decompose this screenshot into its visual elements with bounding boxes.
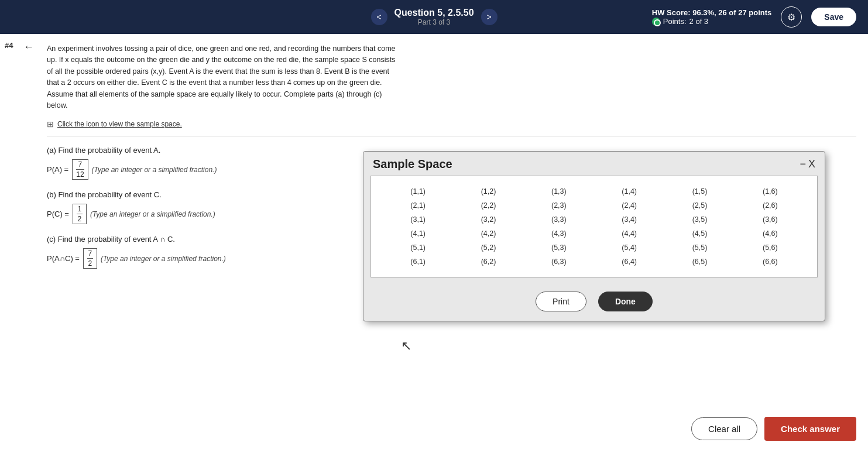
done-button[interactable]: Done [598,292,653,311]
popup-close-button[interactable]: X [808,158,815,170]
icon-row: ⊞ Click the icon to view the sample spac… [0,117,868,136]
save-button[interactable]: Save [811,8,856,26]
sample-cell: (3,6) [735,214,805,225]
part-c-type-hint: (Type an integer or a simplified fractio… [101,255,226,263]
sample-cell: (5,3) [524,242,594,253]
bottom-bar: Clear all Check answer [680,409,868,449]
part-b-type-hint: (Type an integer or a simplified fractio… [90,210,215,218]
sample-grid: (1,1)(1,2)(1,3)(1,4)(1,5)(1,6)(2,1)(2,2)… [383,186,805,268]
sample-cell: (5,1) [383,242,453,253]
hw-score-value: HW Score: 96.3%, 26 of 27 points [652,8,771,17]
sample-cell: (4,2) [453,228,523,239]
question-part: Part 3 of 3 [394,18,474,26]
prev-button[interactable]: < [370,9,387,25]
sample-cell: (5,4) [594,242,664,253]
header-right: HW Score: 96.3%, 26 of 27 points Points:… [652,6,856,28]
sample-cell: (4,4) [594,228,664,239]
sample-cell: (5,5) [664,242,735,253]
sample-cell: (6,2) [453,256,523,268]
sample-cell: (2,4) [594,200,664,211]
question-title: Question 5, 2.5.50 [394,8,474,18]
part-b-numerator: 1 [77,205,83,214]
part-a-prefix: P(A) = [47,165,68,174]
part-a-type-hint: (Type an integer or a simplified fractio… [92,166,217,174]
header-center: < Question 5, 2.5.50 Part 3 of 3 > [370,8,497,26]
problem-text: An experiment involves tossing a pair of… [0,34,410,117]
sample-cell: (3,4) [594,214,664,225]
print-button[interactable]: Print [536,292,586,311]
grid-icon: ⊞ [47,119,54,129]
popup-title: Sample Space [373,157,452,171]
sample-cell: (1,6) [735,186,805,197]
sample-cell: (6,5) [664,256,735,268]
part-a-fraction[interactable]: 7 12 [72,159,88,180]
cursor-arrow: ↖ [401,338,411,354]
clear-all-button[interactable]: Clear all [691,417,757,440]
part-a-numerator: 7 [76,160,84,170]
sample-cell: (1,4) [594,186,664,197]
sample-cell: (4,5) [664,228,735,239]
part-b-fraction[interactable]: 1 2 [73,204,87,224]
problem-number: #4 [5,41,13,50]
popup-body: (1,1)(1,2)(1,3)(1,4)(1,5)(1,6)(2,1)(2,2)… [370,176,818,277]
points-icon [652,18,660,26]
sample-cell: (1,5) [664,186,735,197]
part-c-fraction[interactable]: 7 2 [83,248,97,269]
check-answer-button[interactable]: Check answer [764,417,856,441]
sample-cell: (6,3) [524,256,594,268]
sample-cell: (6,6) [735,256,805,268]
sample-cell: (4,6) [735,228,805,239]
points-row: Points: 2 of 3 [652,17,771,26]
sample-cell: (2,5) [664,200,735,211]
part-c-prefix: P(A∩C) = [47,254,80,263]
sample-cell: (4,1) [383,228,453,239]
icon-text[interactable]: Click the icon to view the sample space. [57,120,182,128]
sample-cell: (1,3) [524,186,594,197]
back-arrow-icon[interactable]: ← [23,41,34,53]
part-c-denominator: 2 [87,259,93,268]
sample-cell: (2,6) [735,200,805,211]
main-content: #4 ← An experiment involves tossing a pa… [0,34,868,449]
sample-cell: (5,2) [453,242,523,253]
part-b-denominator: 2 [77,214,83,223]
hw-score-block: HW Score: 96.3%, 26 of 27 points Points:… [652,8,771,26]
question-info: Question 5, 2.5.50 Part 3 of 3 [394,8,474,26]
settings-button[interactable]: ⚙ [781,6,802,28]
sample-cell: (4,3) [524,228,594,239]
next-button[interactable]: > [481,9,498,25]
sample-cell: (3,5) [664,214,735,225]
part-a-denominator: 12 [76,170,84,179]
header-bar: < Question 5, 2.5.50 Part 3 of 3 > HW Sc… [0,0,868,34]
sample-cell: (2,3) [524,200,594,211]
popup-footer: Print Done [363,285,825,321]
sample-cell: (1,1) [383,186,453,197]
sample-cell: (5,6) [735,242,805,253]
popup-header: Sample Space − X [363,152,825,176]
sample-space-popup: Sample Space − X (1,1)(1,2)(1,3)(1,4)(1,… [363,151,825,321]
sample-cell: (3,2) [453,214,523,225]
sample-cell: (2,1) [383,200,453,211]
popup-controls: − X [800,158,815,170]
sample-cell: (6,4) [594,256,664,268]
sample-cell: (1,2) [453,186,523,197]
part-b-prefix: P(C) = [47,210,69,218]
sample-cell: (6,1) [383,256,453,268]
popup-minimize-button[interactable]: − [800,158,806,170]
sample-cell: (3,1) [383,214,453,225]
part-c-numerator: 7 [87,249,93,259]
sample-cell: (3,3) [524,214,594,225]
sample-cell: (2,2) [453,200,523,211]
